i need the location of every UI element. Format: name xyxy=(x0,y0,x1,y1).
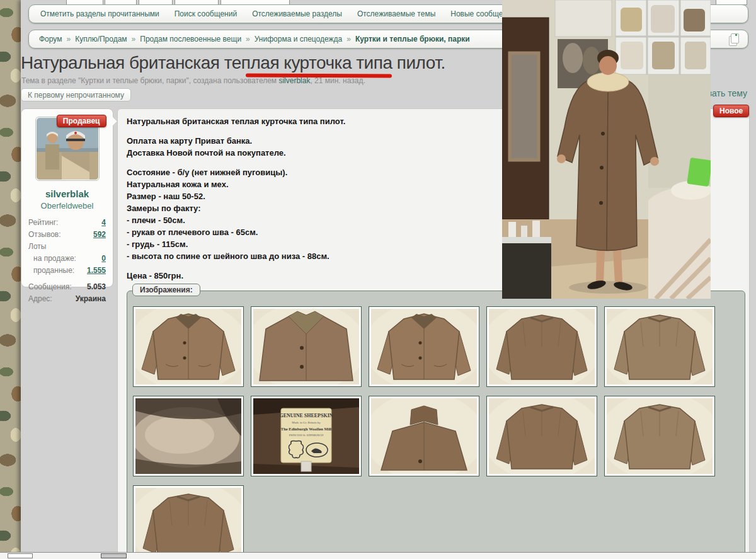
thumbnail-jacket-back-5-image xyxy=(135,488,241,559)
stat-row: Адрес:Украина xyxy=(28,293,106,305)
thumbnail-jacket-back-5[interactable] xyxy=(133,485,244,559)
stat-row: Лоты xyxy=(28,241,106,253)
user-card: Продавец silverblak Oberfeldwebel Рейтин… xyxy=(21,108,113,287)
thumbnail-grid: GENUINE SHEEPSKIN Made in Gr. Britain by… xyxy=(133,306,726,559)
subtitle-user-link[interactable]: silverblak xyxy=(278,76,310,85)
breadcrumb-link[interactable]: Форум xyxy=(39,35,62,43)
user-rank: Oberfeldwebel xyxy=(21,201,113,210)
stat-value[interactable]: 4 xyxy=(101,217,106,229)
images-fieldset: Изображения: xyxy=(127,291,745,559)
thumbnail-jacket-front-1-image xyxy=(135,309,241,384)
seller-badge: Продавец xyxy=(57,115,106,127)
horizontal-scrollbar[interactable] xyxy=(0,552,756,559)
thumbnail-jacket-back-4-image xyxy=(607,398,713,474)
new-content-dot xyxy=(735,34,737,36)
svg-text:Made in Gr. Britain by: Made in Gr. Britain by xyxy=(292,421,321,424)
breadcrumb-separator: » xyxy=(66,35,71,43)
svg-text:The Edinburgh Woollen Mill: The Edinburgh Woollen Mill xyxy=(281,427,331,431)
thumbnail-jacket-front-closeup-image xyxy=(253,309,359,384)
thumbnail-collar-closed-image xyxy=(371,398,477,474)
stat-label: Лоты xyxy=(28,241,46,253)
subtitle-prefix: Тема в разделе "Куртки и теплые брюки, п… xyxy=(21,76,278,85)
stat-row: Рейтинг:4 xyxy=(28,217,106,229)
thumbnail-jacket-back-3-image xyxy=(489,398,595,474)
thumbnail-fur-closeup[interactable] xyxy=(133,396,244,476)
stat-row: Отзывов:592 xyxy=(28,229,106,241)
thumbnail-jacket-front-closeup[interactable] xyxy=(251,306,362,387)
enlarged-photo-overlay[interactable] xyxy=(502,0,711,299)
thumbnail-jacket-back-2[interactable] xyxy=(604,306,715,387)
stat-label: Рейтинг: xyxy=(28,217,58,229)
thumbnail-label-closeup-image: GENUINE SHEEPSKIN Made in Gr. Britain by… xyxy=(253,398,359,474)
username[interactable]: silverblak xyxy=(21,188,113,199)
stat-value: Украина xyxy=(76,293,106,305)
pages-icon[interactable] xyxy=(729,33,739,45)
scrollbar-thumb[interactable] xyxy=(101,553,127,558)
user-stats: Рейтинг:4Отзывов:592Лотына продаже:0прод… xyxy=(21,217,113,305)
thumbnail-fur-closeup-image xyxy=(135,398,241,474)
breadcrumb-link[interactable]: Продам послевоенные вещи xyxy=(140,35,241,43)
svg-text:PRINCESS St. EDINBURGH: PRINCESS St. EDINBURGH xyxy=(289,434,324,437)
images-legend: Изображения: xyxy=(132,284,200,296)
breadcrumb-link[interactable]: Униформа и спецодежда xyxy=(255,35,343,43)
stat-label: на продаже: xyxy=(33,253,76,265)
stat-value[interactable]: 0 xyxy=(101,253,106,265)
stat-label: Сообщения: xyxy=(28,281,71,293)
page-title: Натуральная британская теплая курточка т… xyxy=(21,53,445,73)
stat-row: на продаже:0 xyxy=(28,253,106,265)
new-badge: Новое xyxy=(713,105,749,117)
nav-item-2[interactable]: Отслеживаемые разделы xyxy=(252,9,342,18)
thumbnail-jacket-front-1[interactable] xyxy=(133,306,244,387)
breadcrumb-separator: » xyxy=(346,35,351,43)
nav-item-0[interactable]: Отметить разделы прочитанными xyxy=(40,9,159,18)
man-wearing-coat-photo xyxy=(502,0,711,299)
red-underline-annotation xyxy=(246,74,392,78)
camouflage-background xyxy=(0,0,21,559)
stat-label: проданные: xyxy=(33,265,74,277)
stat-value[interactable]: 1.555 xyxy=(87,265,106,277)
thumbnail-label-closeup[interactable]: GENUINE SHEEPSKIN Made in Gr. Britain by… xyxy=(251,396,362,476)
first-unread-button[interactable]: К первому непрочитанному xyxy=(21,88,131,101)
thumbnail-jacket-back-2-image xyxy=(607,309,713,384)
svg-text:GENUINE SHEEPSKIN: GENUINE SHEEPSKIN xyxy=(279,413,333,418)
thumbnail-jacket-back-1-image xyxy=(489,309,595,384)
avatar[interactable]: Продавец xyxy=(35,117,100,181)
breadcrumb-current: Куртки и теплые брюки, парки xyxy=(355,35,470,43)
thumbnail-jacket-front-2-image xyxy=(371,309,477,384)
stat-value[interactable]: 592 xyxy=(93,229,106,241)
stat-row: Сообщения:5.053 xyxy=(28,281,106,293)
nav-item-3[interactable]: Отслеживаемые темы xyxy=(357,9,435,18)
thumbnail-collar-closed[interactable] xyxy=(369,396,479,476)
stat-row: проданные:1.555 xyxy=(28,265,106,277)
forum-thread-page: Отметить разделы прочитаннымиПоиск сообщ… xyxy=(0,0,756,559)
breadcrumb-link[interactable]: Куплю/Продам xyxy=(75,35,127,43)
thumbnail-jacket-back-3[interactable] xyxy=(486,396,597,476)
nav-item-1[interactable]: Поиск сообщений xyxy=(175,9,237,18)
breadcrumb-separator: » xyxy=(132,35,136,43)
thumbnail-jacket-back-1[interactable] xyxy=(486,306,597,387)
stat-label: Адрес: xyxy=(28,293,52,305)
breadcrumb-separator: » xyxy=(246,35,250,43)
stat-value: 5.053 xyxy=(87,281,106,293)
thumbnail-jacket-front-2[interactable] xyxy=(369,306,479,387)
thread-subtitle: Тема в разделе "Куртки и теплые брюки, п… xyxy=(21,76,365,85)
stat-label: Отзывов: xyxy=(28,229,61,241)
thumbnail-jacket-back-4[interactable] xyxy=(604,396,715,476)
scrollbar-box[interactable] xyxy=(8,553,33,558)
